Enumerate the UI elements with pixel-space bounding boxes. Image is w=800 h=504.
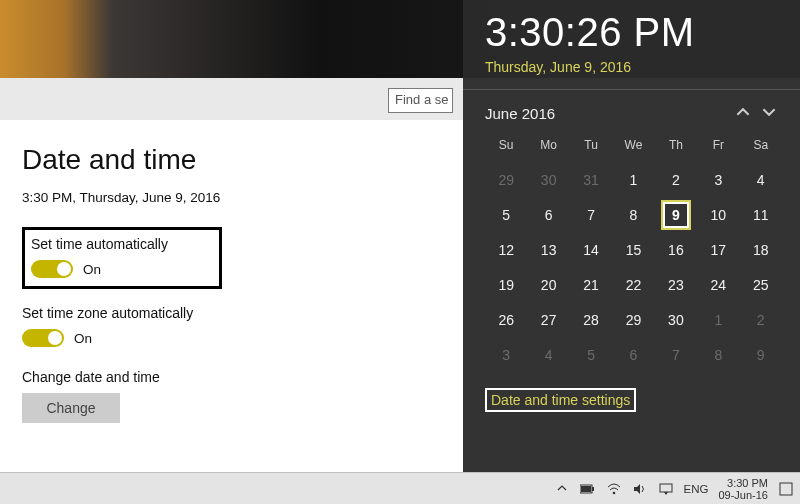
calendar-day[interactable]: 9	[655, 197, 697, 232]
calendar-day[interactable]: 25	[740, 267, 782, 302]
chevron-up-icon	[736, 105, 750, 122]
calendar-day[interactable]: 18	[740, 232, 782, 267]
weekday-header: Sa	[740, 132, 782, 162]
weekday-header: Fr	[697, 132, 739, 162]
set-zone-auto-state: On	[74, 331, 92, 346]
svg-point-3	[612, 491, 615, 494]
set-time-auto-label: Set time automatically	[31, 236, 211, 252]
taskbar-date: 09-Jun-16	[718, 489, 768, 501]
calendar-day[interactable]: 3	[485, 337, 527, 372]
weekday-header: We	[612, 132, 654, 162]
calendar-day[interactable]: 19	[485, 267, 527, 302]
notifications-icon[interactable]	[778, 481, 794, 497]
group-change-date-time: Change date and time Change	[22, 367, 433, 425]
group-set-time-automatically: Set time automatically On	[22, 227, 222, 289]
calendar-day[interactable]: 5	[570, 337, 612, 372]
divider	[463, 89, 800, 90]
calendar-day[interactable]: 20	[527, 267, 569, 302]
flyout-time: 3:30:26 PM	[485, 10, 782, 55]
set-time-auto-toggle[interactable]	[31, 260, 73, 278]
page-title: Date and time	[22, 144, 433, 176]
calendar-day[interactable]: 12	[485, 232, 527, 267]
date-time-settings-link[interactable]: Date and time settings	[485, 388, 636, 412]
flyout-date: Thursday, June 9, 2016	[485, 59, 782, 75]
calendar-day[interactable]: 4	[527, 337, 569, 372]
calendar-day[interactable]: 26	[485, 302, 527, 337]
calendar-day[interactable]: 7	[655, 337, 697, 372]
prev-month-button[interactable]	[730, 100, 756, 126]
calendar-day[interactable]: 8	[612, 197, 654, 232]
calendar-day[interactable]: 10	[697, 197, 739, 232]
calendar-day[interactable]: 29	[612, 302, 654, 337]
current-datetime-label: 3:30 PM, Thursday, June 9, 2016	[22, 190, 433, 205]
calendar-day[interactable]: 4	[740, 162, 782, 197]
chevron-down-icon	[762, 105, 776, 122]
svg-rect-2	[581, 486, 591, 492]
calendar-day[interactable]: 31	[570, 162, 612, 197]
calendar-day[interactable]: 15	[612, 232, 654, 267]
calendar-day[interactable]: 21	[570, 267, 612, 302]
calendar-day[interactable]: 1	[697, 302, 739, 337]
calendar-day[interactable]: 22	[612, 267, 654, 302]
action-center-icon[interactable]	[658, 481, 674, 497]
set-time-auto-state: On	[83, 262, 101, 277]
set-zone-auto-toggle[interactable]	[22, 329, 64, 347]
clock-calendar-flyout: 3:30:26 PM Thursday, June 9, 2016 June 2…	[463, 0, 800, 472]
calendar-day[interactable]: 5	[485, 197, 527, 232]
search-input[interactable]: Find a se	[388, 88, 453, 113]
group-set-timezone-automatically: Set time zone automatically On	[22, 303, 433, 349]
wifi-icon[interactable]	[606, 481, 622, 497]
calendar-grid: SuMoTuWeThFrSa 2930311234567891011121314…	[485, 132, 782, 372]
settings-pane: Date and time 3:30 PM, Thursday, June 9,…	[0, 120, 455, 472]
weekday-header: Tu	[570, 132, 612, 162]
taskbar-clock[interactable]: 3:30 PM 09-Jun-16	[718, 477, 768, 501]
change-datetime-label: Change date and time	[22, 369, 433, 385]
next-month-button[interactable]	[756, 100, 782, 126]
svg-rect-1	[592, 487, 594, 491]
calendar-day[interactable]: 28	[570, 302, 612, 337]
weekday-header: Th	[655, 132, 697, 162]
calendar-day[interactable]: 6	[527, 197, 569, 232]
tray-overflow-button[interactable]	[554, 481, 570, 497]
taskbar: ENG 3:30 PM 09-Jun-16	[0, 472, 800, 504]
calendar-day[interactable]: 17	[697, 232, 739, 267]
svg-rect-5	[780, 483, 792, 495]
calendar-day[interactable]: 2	[740, 302, 782, 337]
battery-icon[interactable]	[580, 481, 596, 497]
calendar-day[interactable]: 6	[612, 337, 654, 372]
calendar-day[interactable]: 8	[697, 337, 739, 372]
calendar-day[interactable]: 14	[570, 232, 612, 267]
calendar-day[interactable]: 30	[527, 162, 569, 197]
calendar-day[interactable]: 2	[655, 162, 697, 197]
calendar-day[interactable]: 27	[527, 302, 569, 337]
set-zone-auto-label: Set time zone automatically	[22, 305, 433, 321]
calendar-day[interactable]: 9	[740, 337, 782, 372]
weekday-header: Su	[485, 132, 527, 162]
calendar-day[interactable]: 11	[740, 197, 782, 232]
language-indicator[interactable]: ENG	[684, 483, 709, 495]
calendar-day[interactable]: 29	[485, 162, 527, 197]
calendar-day[interactable]: 1	[612, 162, 654, 197]
calendar-day[interactable]: 3	[697, 162, 739, 197]
calendar-day[interactable]: 13	[527, 232, 569, 267]
svg-rect-4	[660, 484, 672, 492]
month-label[interactable]: June 2016	[485, 105, 730, 122]
calendar-day[interactable]: 16	[655, 232, 697, 267]
change-button[interactable]: Change	[22, 393, 120, 423]
calendar-day[interactable]: 7	[570, 197, 612, 232]
volume-icon[interactable]	[632, 481, 648, 497]
calendar-day[interactable]: 23	[655, 267, 697, 302]
chevron-up-icon	[557, 483, 567, 495]
calendar-day[interactable]: 30	[655, 302, 697, 337]
calendar-day[interactable]: 24	[697, 267, 739, 302]
weekday-header: Mo	[527, 132, 569, 162]
taskbar-time: 3:30 PM	[718, 477, 768, 489]
